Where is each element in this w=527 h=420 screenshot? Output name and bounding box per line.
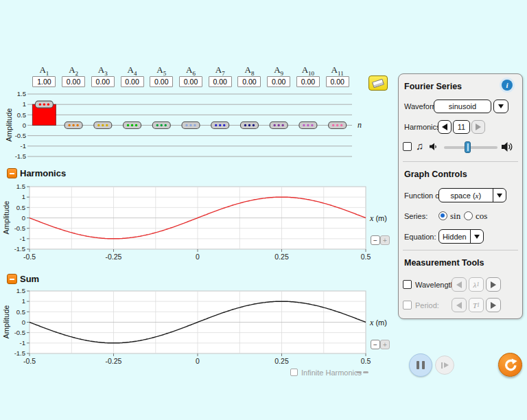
svg-text:-1.5: -1.5	[15, 152, 26, 160]
svg-text:-1.5: -1.5	[14, 349, 25, 357]
amplitude-input-2[interactable]	[62, 76, 85, 87]
svg-text:0.5: 0.5	[361, 253, 371, 261]
volume-slider-track[interactable]	[444, 146, 497, 149]
harmonics-title: Harmonics	[20, 168, 66, 178]
amplitude-slider-handle-9[interactable]	[270, 122, 288, 129]
amplitude-slider-handle-4[interactable]	[124, 122, 141, 129]
harmonics-collapse-button[interactable]	[7, 168, 17, 178]
amplitude-input-11[interactable]	[326, 76, 349, 87]
amplitude-slider-handle-6[interactable]	[182, 122, 200, 129]
amplitude-slider-handle-3[interactable]	[94, 122, 112, 129]
speaker-quiet-icon	[430, 143, 438, 151]
pause-icon	[422, 361, 425, 369]
waveform-value: sinusoid	[434, 102, 491, 110]
amplitude-input-10[interactable]	[296, 76, 320, 87]
svg-text:-0.25: -0.25	[106, 253, 122, 261]
info-button[interactable]: i	[502, 80, 513, 91]
svg-text:-1: -1	[21, 142, 26, 150]
sum-chart: -0.5-0.2500.250.51.510.50-0.5-1-1.5x (m)	[0, 284, 391, 372]
chevron-down-icon	[498, 104, 504, 108]
series-sin-radio[interactable]	[438, 211, 447, 220]
reset-all-button[interactable]	[498, 353, 522, 377]
svg-text:-0.25: -0.25	[106, 357, 122, 365]
waveform-dropdown-button[interactable]	[493, 100, 508, 113]
period-next-button[interactable]	[486, 298, 501, 312]
harmonics-zoom-out-button[interactable]: −	[371, 235, 380, 245]
amplitude-slider-handle-10[interactable]	[299, 122, 317, 129]
amplitude-input-7[interactable]	[209, 76, 232, 87]
waveform-select[interactable]: sinusoid	[434, 100, 491, 113]
sum-zoom-out-button[interactable]: −	[371, 340, 380, 349]
reset-all-icon	[504, 358, 517, 372]
svg-text:-0.5: -0.5	[23, 253, 36, 261]
svg-text:0.5: 0.5	[16, 204, 25, 211]
divider	[403, 250, 518, 250]
amplitude-input-1[interactable]	[32, 76, 56, 87]
svg-text:1.5: 1.5	[16, 287, 25, 294]
amplitude-label-A6: A6	[177, 65, 204, 77]
step-forward-button	[435, 355, 454, 375]
svg-text:-1.5: -1.5	[14, 245, 25, 253]
sum-title: Sum	[20, 274, 39, 284]
chevron-right-icon	[491, 302, 496, 309]
svg-text:1: 1	[22, 193, 25, 200]
infinite-harmonics-checkbox[interactable]	[290, 369, 298, 376]
amplitude-input-4[interactable]	[121, 76, 144, 87]
amplitude-slider-handle-2[interactable]	[65, 122, 82, 129]
amplitude-label-A10: A10	[294, 65, 322, 77]
svg-text:0.5: 0.5	[17, 111, 26, 119]
harmonics-decrement-button[interactable]	[438, 120, 452, 134]
panel-title: Fourier Series	[404, 82, 462, 91]
amplitude-input-9[interactable]	[267, 76, 290, 87]
fourier-series-panel: Fourier Series i Waveform: sinusoid Harm…	[398, 73, 523, 319]
minus-icon	[10, 279, 14, 280]
amplitude-input-5[interactable]	[150, 76, 173, 87]
chevron-down-icon	[497, 194, 502, 198]
wavelength-checkbox[interactable]	[403, 280, 412, 289]
svg-text:0.25: 0.25	[274, 357, 289, 365]
amplitude-slider-handle-1[interactable]	[35, 101, 53, 108]
svg-text:0.5: 0.5	[16, 308, 25, 316]
function-of-select[interactable]: space (x)	[438, 188, 506, 202]
amplitude-label-A1: A1	[30, 65, 58, 77]
chevron-right-icon	[476, 124, 481, 130]
harmonics-chart: -0.5-0.2500.250.51.510.50-0.5-1-1.5x (m)	[0, 180, 391, 268]
fourier-making-waves-screen: A1A2A3A4A5A6A7A8A9A10A11 Amplitude 1.510…	[0, 0, 527, 420]
svg-text:-0.5: -0.5	[23, 357, 36, 365]
chevron-down-icon	[474, 235, 480, 239]
svg-text:1: 1	[22, 297, 25, 305]
amplitude-input-8[interactable]	[237, 76, 261, 87]
pause-button[interactable]	[409, 353, 432, 377]
divider	[403, 161, 518, 162]
sum-collapse-button[interactable]	[7, 274, 17, 284]
amplitude-label-A7: A7	[207, 65, 234, 77]
amplitude-input-3[interactable]	[91, 76, 115, 87]
wavelength-next-button[interactable]	[486, 277, 501, 292]
amplitude-slider-handle-8[interactable]	[240, 122, 258, 129]
amplitude-label-A4: A4	[119, 65, 146, 77]
wavelength-tool-symbol: λ1	[469, 277, 484, 292]
equation-select[interactable]: Hidden	[438, 229, 484, 244]
svg-text:0: 0	[22, 318, 25, 326]
sum-zoom-in-button: +	[380, 340, 390, 349]
svg-text:0: 0	[22, 214, 25, 222]
amplitude-slider-handle-7[interactable]	[211, 122, 229, 129]
measurement-tools-title: Measurement Tools	[404, 258, 484, 268]
infinite-harmonics-label: Infinite Harmonics	[301, 369, 362, 377]
svg-text:-0.5: -0.5	[14, 329, 25, 336]
svg-text:1.5: 1.5	[17, 90, 26, 97]
amplitude-slider-handle-5[interactable]	[152, 122, 170, 129]
amplitude-input-6[interactable]	[179, 76, 202, 87]
sound-checkbox[interactable]	[403, 142, 412, 151]
series-cos-radio[interactable]	[464, 211, 473, 220]
eraser-button[interactable]	[368, 75, 388, 91]
period-tool-symbol: T1	[469, 298, 484, 312]
svg-text:-1: -1	[20, 235, 25, 242]
amplitude-slider-handle-11[interactable]	[329, 122, 347, 129]
amplitude-label-A11: A11	[324, 65, 351, 77]
svg-text:x (m): x (m)	[369, 318, 387, 327]
svg-text:0: 0	[23, 121, 26, 129]
volume-slider-thumb[interactable]	[465, 141, 471, 153]
infinite-harmonics-line-swatch	[363, 371, 368, 373]
step-forward-icon	[444, 362, 449, 368]
